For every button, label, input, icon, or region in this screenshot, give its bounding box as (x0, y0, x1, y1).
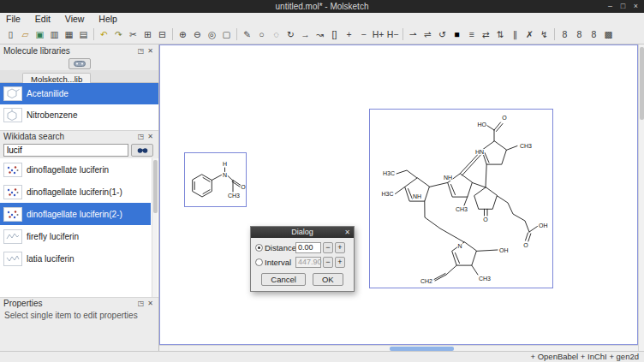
rotate-ccw-tool-icon[interactable]: ↺ (435, 27, 450, 42)
scrollbar-handle[interactable] (640, 47, 644, 120)
grid-snap-icon[interactable]: ▩ (601, 27, 616, 42)
mechanism-arrow-tool-icon[interactable]: ⇀ (406, 27, 420, 42)
library-tabbar: Molsketch...lib (0, 70, 158, 83)
lasso-tool-icon[interactable]: ◌ (269, 27, 283, 42)
main-area: Molecule libraries ◳ ✕ Molsketch...lib A… (0, 45, 644, 351)
menu-edit[interactable]: Edit (29, 13, 57, 25)
canvas-horizontal-scrollbar[interactable] (159, 345, 638, 351)
canvas-vertical-scrollbar[interactable] (638, 45, 644, 351)
library-toolbar (0, 56, 158, 70)
close-panel-icon[interactable]: ✕ (146, 133, 155, 140)
zoom-fit-icon[interactable]: ◎ (205, 27, 219, 42)
properties-hint: Select single item to edit properties (0, 309, 158, 322)
ok-button[interactable]: OK (313, 273, 343, 286)
float-panel-icon[interactable]: ◳ (136, 47, 146, 55)
align-tool-icon[interactable]: ∥ (508, 27, 522, 42)
float-panel-icon[interactable]: ◳ (136, 133, 146, 140)
save-document-icon[interactable]: ▣ (33, 27, 47, 42)
result-list-scrollbar[interactable] (152, 158, 158, 297)
library-item-nitrobenzene[interactable]: Nitrobenzene (0, 104, 158, 126)
library-manager-button[interactable] (69, 58, 91, 69)
dialog-titlebar[interactable]: Dialog ✕ (251, 227, 354, 238)
scrollbar-handle[interactable] (153, 160, 158, 213)
cut-icon[interactable]: ✂ (126, 27, 140, 42)
reaction-arrow-tool-icon[interactable]: → (298, 27, 313, 42)
save-as-document-icon[interactable]: ▥ (47, 27, 62, 42)
molecule-3d-thumbnail-icon (3, 185, 22, 199)
svg-text:O: O (523, 242, 528, 248)
ring-size-8-icon[interactable]: 8 (587, 27, 601, 42)
delete-tool-icon[interactable]: ✗ (522, 27, 537, 42)
distance-radio[interactable] (255, 244, 263, 252)
maximize-button[interactable]: □ (617, 0, 629, 13)
redo-icon[interactable]: ↷ (111, 27, 126, 42)
left-dock: Molecule libraries ◳ ✕ Molsketch...lib A… (0, 45, 159, 351)
library-item-label: Acetanilide (27, 89, 69, 98)
distance-value-field[interactable]: 0.00 (295, 242, 321, 253)
add-hydrogen-tool-icon[interactable]: H+ (371, 27, 385, 42)
zoom-out-icon[interactable]: ⊖ (190, 27, 205, 42)
flip-vertical-tool-icon[interactable]: ⇅ (493, 27, 508, 42)
result-dinoflagellate-luciferin-2[interactable]: dinoflagellate luciferin(2-) (0, 203, 151, 225)
result-dinoflagellate-luciferin-1[interactable]: dinoflagellate luciferin(1-) (0, 181, 151, 203)
draw-tool-icon[interactable]: ✎ (240, 27, 254, 42)
close-panel-icon[interactable]: ✕ (146, 47, 155, 55)
ring-size-8-icon[interactable]: 8 (558, 27, 572, 42)
equilibrium-arrow-tool-icon[interactable]: ⇌ (420, 27, 435, 42)
flip-horizontal-tool-icon[interactable]: ⇄ (479, 27, 493, 42)
interval-increment-button[interactable]: + (335, 257, 345, 268)
acetanilide-selection-box[interactable]: H N O CH3 (184, 152, 247, 207)
rotate-tool-icon[interactable]: ↻ (283, 27, 298, 42)
wikidata-search-button[interactable] (131, 144, 153, 157)
molecule-3d-thumbnail-icon (3, 207, 22, 222)
ring-size-8-icon[interactable]: 8 (572, 27, 587, 42)
interval-radio[interactable] (255, 258, 263, 266)
wikidata-search-input[interactable] (3, 144, 128, 157)
charge-plus-tool-icon[interactable]: + (342, 27, 356, 42)
wikidata-search-header: Wikidata search ◳ ✕ (0, 130, 158, 142)
close-button[interactable]: × (629, 0, 642, 13)
open-document-icon[interactable]: ▱ (18, 27, 33, 42)
menu-help[interactable]: Help (92, 13, 123, 25)
result-latia-luciferin[interactable]: latia luciferin (0, 247, 151, 270)
svg-text:O: O (483, 217, 488, 223)
svg-text:HO: HO (478, 122, 487, 128)
undo-icon[interactable]: ↶ (97, 27, 111, 42)
dialog-close-icon[interactable]: ✕ (343, 227, 352, 238)
interval-decrement-button[interactable]: − (323, 257, 333, 268)
float-panel-icon[interactable]: ◳ (136, 300, 146, 307)
library-item-acetanilide[interactable]: Acetanilide (0, 83, 158, 104)
menu-file[interactable]: File (0, 13, 27, 25)
zoom-reset-icon[interactable]: ▢ (219, 27, 234, 42)
svg-text:CH2: CH2 (420, 278, 432, 284)
color-picker-icon[interactable]: ■ (450, 27, 464, 42)
zoom-in-icon[interactable]: ⊕ (176, 27, 190, 42)
export-image-icon[interactable]: ▦ (62, 27, 76, 42)
electron-flow-tool-icon[interactable]: ↯ (537, 27, 552, 42)
distance-increment-button[interactable]: + (335, 242, 345, 253)
paste-icon[interactable]: ⊟ (155, 27, 170, 42)
drawing-canvas[interactable]: H N O CH3 (159, 45, 638, 345)
bond-order-tool-icon[interactable]: ≡ (464, 27, 479, 42)
remove-hydrogen-tool-icon[interactable]: H− (385, 27, 400, 42)
luciferin-selection-box[interactable]: HO O HN CH3 NH H3C H3C NH CH3 O O OH N O… (369, 109, 553, 288)
charge-minus-tool-icon[interactable]: − (356, 27, 371, 42)
titlebar[interactable]: untitled.mol* - Molsketch – □ × (0, 0, 644, 13)
cancel-button[interactable]: Cancel (261, 273, 306, 286)
ring-tool-icon[interactable]: ○ (254, 27, 269, 42)
new-document-icon[interactable]: ▯ (3, 27, 18, 42)
bracket-tool-icon[interactable]: [] (327, 27, 342, 42)
curved-arrow-tool-icon[interactable]: ↝ (313, 27, 327, 42)
close-panel-icon[interactable]: ✕ (146, 300, 155, 307)
minimize-button[interactable]: – (604, 0, 617, 13)
copy-icon[interactable]: ⊞ (140, 27, 155, 42)
luciferin-structure: HO O HN CH3 NH H3C H3C NH CH3 O O OH N O… (370, 110, 552, 288)
menu-view[interactable]: View (59, 13, 91, 25)
result-dinoflagellate-luciferin[interactable]: dinoflagellate luciferin (0, 158, 151, 181)
result-label: firefly luciferin (27, 232, 79, 241)
print-document-icon[interactable]: ▤ (76, 27, 91, 42)
dialog-buttons: Cancel OK (255, 273, 349, 286)
result-firefly-luciferin[interactable]: firefly luciferin (0, 225, 151, 247)
distance-decrement-button[interactable]: − (323, 242, 333, 253)
svg-text:OH: OH (539, 223, 548, 228)
